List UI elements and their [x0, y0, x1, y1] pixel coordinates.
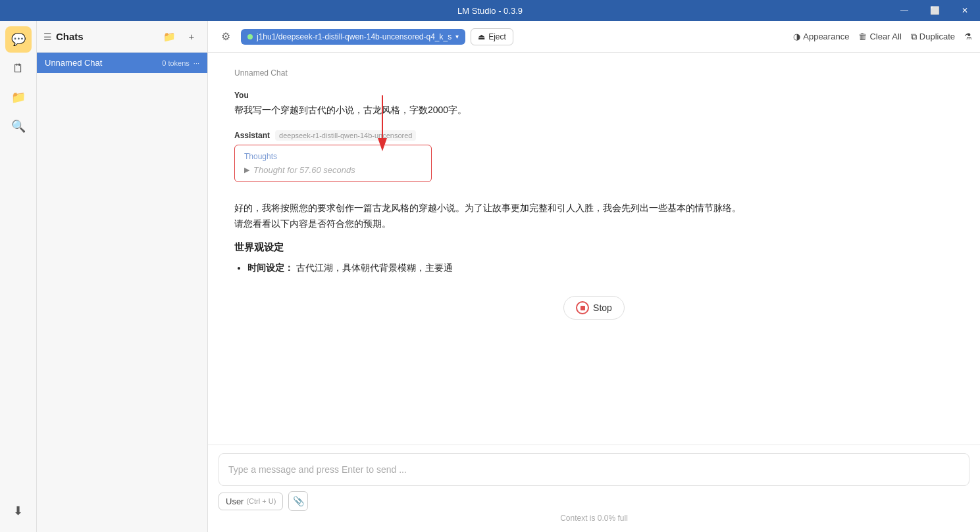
response-para1: 好的，我将按照您的要求创作一篇古龙风格的穿越小说。为了让故事更加完整和引人入胜，… [234, 201, 748, 232]
clear-all-button[interactable]: 🗑 Clear All [858, 32, 901, 41]
chat-area: ⚙ j1hu1/deepseek-r1-distill-qwen-14b-unc… [208, 21, 980, 532]
assistant-model-badge: deepseek-r1-distill-qwen-14b-uncensored [275, 130, 416, 141]
top-bar-right: ◑ Appearance 🗑 Clear All ⧉ Duplicate ⚗ [793, 32, 972, 42]
appearance-button[interactable]: ◑ Appearance [793, 32, 849, 41]
user-role-button[interactable]: User (Ctrl + U) [219, 493, 283, 510]
clear-label: Clear All [869, 32, 901, 41]
icon-sidebar: 💬 🗒 📁 🔍 ⬇ [0, 21, 37, 532]
chat-list-item[interactable]: Unnamed Chat 0 tokens ··· [37, 53, 207, 73]
chats-title: Chats [56, 31, 156, 42]
attach-button[interactable]: 📎 [288, 491, 308, 511]
user-role-label: User [226, 496, 244, 506]
appearance-label: Appearance [803, 32, 849, 41]
stop-icon [576, 301, 589, 314]
minimize-button[interactable]: — [889, 0, 919, 21]
thoughts-duration: Thought for 57.60 seconds [253, 165, 355, 175]
bullet1-text: 古代江湖，具体朝代背景模糊，主要通 [296, 262, 453, 273]
add-icon: + [189, 31, 195, 42]
stop-icon-inner [580, 306, 585, 310]
model-name: j1hu1/deepseek-r1-distill-qwen-14b-uncen… [257, 32, 451, 41]
gear-icon: ⚙ [221, 30, 230, 43]
assistant-header: Assistant deepseek-r1-distill-qwen-14b-u… [234, 130, 954, 141]
sidebar-item-chat[interactable]: 💬 [5, 26, 32, 53]
eject-icon: ⏏ [478, 32, 485, 41]
menu-icon: ☰ [43, 32, 52, 42]
duplicate-button[interactable]: ⧉ Duplicate [911, 32, 955, 42]
user-message: You 帮我写一个穿越到古代的小说，古龙风格，字数2000字。 [234, 91, 954, 117]
duplicate-label: Duplicate [919, 32, 955, 41]
chat-item-meta: 0 tokens ··· [162, 59, 199, 67]
bullet1-label: 时间设定： [247, 262, 294, 273]
clear-icon: 🗑 [858, 32, 867, 41]
sidebar-item-download[interactable]: ⬇ [5, 498, 32, 524]
sidebar-item-search[interactable]: 🔍 [5, 113, 32, 139]
stop-label: Stop [593, 302, 612, 313]
thoughts-box: Thoughts ▶ Thought for 57.60 seconds [234, 145, 432, 182]
input-controls: User (Ctrl + U) 📎 [219, 491, 969, 511]
search-icon: 🔍 [11, 119, 26, 133]
settings-button[interactable]: ⚙ [216, 27, 236, 47]
assistant-label: Assistant [234, 131, 270, 140]
maximize-button[interactable]: ⬜ [919, 0, 950, 21]
breadcrumb: Unnamed Chat [234, 68, 954, 78]
input-placeholder: Type a message and press Enter to send .… [228, 464, 407, 475]
eject-button[interactable]: ⏏ Eject [471, 28, 513, 45]
download-icon: ⬇ [13, 504, 23, 518]
context-info: Context is 0.0% full [219, 511, 969, 524]
folder-icon: 📁 [11, 90, 26, 105]
flask-icon-btn[interactable]: ⚗ [964, 32, 972, 41]
appearance-icon: ◑ [793, 32, 800, 41]
chat-item-tokens: 0 tokens [162, 59, 190, 67]
message-input[interactable]: Type a message and press Enter to send .… [219, 453, 969, 486]
window-controls: — ⬜ ✕ [889, 0, 980, 21]
assistant-response-text: 好的，我将按照您的要求创作一篇古龙风格的穿越小说。为了让故事更加完整和引人入胜，… [234, 201, 748, 276]
thoughts-content: ▶ Thought for 57.60 seconds [244, 165, 422, 175]
app-title: LM Studio - 0.3.9 [457, 6, 523, 16]
chevron-down-icon: ▾ [455, 33, 459, 40]
user-label: You [234, 91, 954, 100]
bullet1: 时间设定： 古代江湖，具体朝代背景模糊，主要通 [247, 260, 748, 276]
assistant-message: Assistant deepseek-r1-distill-qwen-14b-u… [234, 130, 954, 276]
chat-icon: 💬 [11, 32, 26, 47]
duplicate-icon: ⧉ [911, 32, 917, 42]
chats-panel: ☰ Chats 📁 + Unnamed Chat 0 tokens ··· [37, 21, 208, 532]
flask-icon: ⚗ [964, 32, 972, 41]
sidebar-item-folder[interactable]: 📁 [5, 84, 32, 110]
chat-item-name: Unnamed Chat [45, 58, 102, 68]
new-chat-button[interactable]: + [182, 28, 201, 46]
model-status-dot [247, 34, 253, 39]
chat-content: Unnamed Chat You 帮我写一个穿越到古代的小说，古龙风格，字数20… [208, 53, 980, 445]
new-folder-button[interactable]: 📁 [160, 28, 178, 46]
notes-icon: 🗒 [13, 62, 24, 76]
chat-item-menu[interactable]: ··· [193, 59, 199, 67]
eject-label: Eject [488, 32, 506, 41]
attach-icon: 📎 [293, 496, 304, 506]
app-body: 💬 🗒 📁 🔍 ⬇ ☰ Chats 📁 + Unnamed Chat [0, 21, 980, 532]
top-bar: ⚙ j1hu1/deepseek-r1-distill-qwen-14b-unc… [208, 21, 980, 53]
thoughts-chevron-icon: ▶ [244, 166, 249, 174]
model-selector[interactable]: j1hu1/deepseek-r1-distill-qwen-14b-uncen… [241, 29, 465, 45]
user-shortcut: (Ctrl + U) [246, 497, 276, 505]
stop-button[interactable]: Stop [563, 296, 625, 320]
worldview-heading: 世界观设定 [234, 239, 748, 256]
input-area: Type a message and press Enter to send .… [208, 445, 980, 532]
stop-area: Stop [234, 289, 954, 326]
title-bar: LM Studio - 0.3.9 — ⬜ ✕ [0, 0, 980, 21]
close-button[interactable]: ✕ [950, 0, 980, 21]
response-list: 时间设定： 古代江湖，具体朝代背景模糊，主要通 [234, 260, 748, 276]
chats-header: ☰ Chats 📁 + [37, 21, 207, 53]
user-message-text: 帮我写一个穿越到古代的小说，古龙风格，字数2000字。 [234, 103, 954, 117]
thoughts-label: Thoughts [244, 152, 422, 161]
sidebar-item-notes[interactable]: 🗒 [5, 55, 32, 82]
